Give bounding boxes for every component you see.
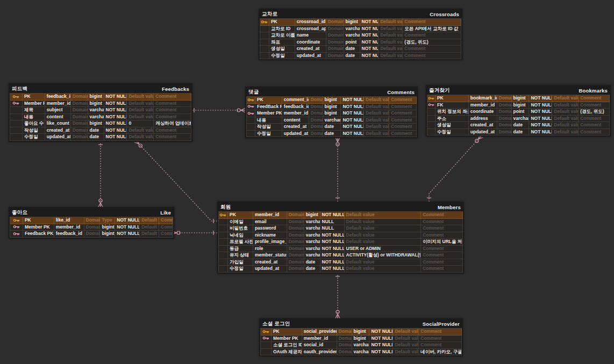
table-header[interactable]: 회원Members — [218, 203, 463, 211]
domain-cell[interactable]: Domain — [71, 94, 88, 101]
domain-cell[interactable]: Domain — [287, 259, 304, 266]
erd-canvas[interactable]: 교차로CrossroadsPKcrossroad_idDomainbigintN… — [0, 0, 614, 364]
key-cell[interactable] — [219, 212, 228, 219]
key-cell[interactable] — [260, 19, 269, 26]
logical-name-cell[interactable]: 수정일 — [228, 266, 253, 273]
physical-name-cell[interactable]: member_status — [253, 252, 287, 259]
physical-name-cell[interactable]: feedback_id — [282, 104, 309, 111]
table-header[interactable]: 소셜 로그인SocialProvider — [260, 319, 462, 328]
physical-name-cell[interactable]: updated_at — [253, 266, 287, 273]
physical-name-cell[interactable]: social_provider_id — [302, 329, 337, 336]
key-cell[interactable] — [219, 232, 228, 239]
type-cell[interactable]: date — [344, 53, 360, 60]
domain-cell[interactable]: Domain — [497, 102, 512, 109]
table-row[interactable]: 수정일updated_atDomaindateNOT NULLDefault v… — [260, 53, 461, 60]
default-value-cell[interactable]: Default value — [379, 19, 403, 26]
logical-name-cell[interactable]: Member PK — [23, 101, 45, 108]
nullable-cell[interactable]: NOT NULL — [369, 336, 393, 342]
logical-name-cell[interactable]: 비밀번호 — [228, 225, 253, 232]
nullable-cell[interactable]: NOT NULL — [320, 252, 345, 259]
key-cell[interactable] — [247, 131, 255, 138]
table-row[interactable]: 작성일created_atDomaindateNOT NULLDefault v… — [247, 124, 417, 131]
table-row[interactable]: 가입일created_atDomaindateNOT NULLDefault v… — [219, 259, 463, 266]
nullable-cell[interactable]: NOT NULL — [529, 95, 552, 102]
domain-cell[interactable]: Domain — [337, 329, 352, 336]
logical-name-cell[interactable]: 닉네임 — [228, 232, 253, 239]
logical-name-cell[interactable]: 등급 — [228, 246, 253, 253]
key-cell[interactable] — [427, 129, 435, 136]
logical-name-cell[interactable]: Member PK — [255, 110, 282, 117]
logical-name-cell[interactable]: 교차로 ID — [269, 26, 295, 33]
nullable-cell[interactable]: NOT NULL — [320, 232, 345, 239]
table-row[interactable]: 소셜 로그인 IDsocial_idDomainvarcharNOT NULLD… — [261, 342, 462, 349]
table-row[interactable]: OAuth 제공자oauth_providerDomainvarcharNOT … — [261, 349, 462, 356]
key-cell[interactable] — [260, 32, 269, 39]
physical-name-cell[interactable]: created_at — [469, 122, 497, 129]
default-value-cell[interactable]: USER or ADMIN — [345, 246, 422, 253]
table-row[interactable]: Feedback PKfeedback_idDomainbigintNOT NU… — [10, 231, 173, 238]
default-value-cell[interactable]: Default value — [345, 225, 422, 232]
domain-cell[interactable]: Domain — [287, 219, 304, 226]
type-cell[interactable]: varchar — [304, 232, 320, 239]
physical-name-cell[interactable]: subject — [45, 107, 71, 114]
default-value-cell[interactable]: Default value — [364, 97, 389, 104]
comment-cell[interactable]: Comment — [154, 114, 191, 121]
relationship-feedbacks-comments[interactable] — [190, 108, 245, 112]
table-feedbacks[interactable]: 피드백FeedbacksPKfeedback_idDomainbigintNOT… — [9, 83, 192, 142]
comment-cell[interactable]: Comment — [421, 266, 463, 273]
relationship-members-like[interactable] — [172, 231, 217, 235]
logical-name-cell[interactable]: PK — [23, 217, 54, 224]
table-row[interactable]: 이메일emailDomainvarcharNULLDefault valueCo… — [219, 219, 463, 226]
table-row[interactable]: PKsocial_provider_idDomainbigintNOT NULL… — [261, 329, 462, 336]
comment-cell[interactable]: Comment — [389, 97, 417, 104]
default-value-cell[interactable]: Default value — [345, 266, 422, 273]
comment-cell[interactable]: Comment — [159, 231, 173, 238]
key-cell[interactable] — [261, 349, 272, 356]
key-cell[interactable] — [10, 101, 23, 108]
comment-cell[interactable]: Comment — [403, 46, 461, 53]
default-value-cell[interactable]: Default value — [345, 232, 422, 239]
table-row[interactable]: FeedBack PKfeedback_idDomainbigintNOT NU… — [247, 104, 417, 111]
type-cell[interactable]: varchar — [344, 26, 360, 33]
type-cell[interactable]: varchar — [352, 342, 370, 349]
domain-cell[interactable]: Domain — [287, 225, 304, 232]
physical-name-cell[interactable]: nickname — [253, 232, 287, 239]
comment-cell[interactable]: Comment — [419, 329, 462, 336]
comment-cell[interactable]: (경도, 위도) — [403, 39, 461, 46]
type-cell[interactable]: varchar — [352, 349, 370, 356]
type-cell[interactable]: bigint — [88, 120, 104, 127]
logical-name-cell[interactable]: 생성일 — [269, 46, 295, 53]
physical-name-cell[interactable]: member_id — [54, 224, 84, 231]
comment-cell[interactable]: Comment — [419, 336, 462, 342]
nullable-cell[interactable]: NOT NULL — [104, 134, 127, 141]
relationship-members-socialprovider[interactable] — [335, 273, 340, 318]
table-row[interactable]: 수정일updated_atDomaindateNOT NULLDefault v… — [219, 266, 463, 273]
table-crossroads[interactable]: 교차로CrossroadsPKcrossroad_idDomainbigintN… — [259, 9, 462, 60]
logical-name-cell[interactable]: 이메일 — [228, 219, 253, 226]
default-value-cell[interactable]: Default value — [393, 342, 419, 349]
table-row[interactable]: 위치 정보의 좌표coordinateDomainpointNOT NULLDe… — [427, 109, 610, 116]
nullable-cell[interactable]: NOT NULL — [104, 101, 127, 108]
table-row[interactable]: 좋아요 수like_countDomainbigintNOT NULL0캐싱하여… — [10, 120, 191, 127]
logical-name-cell[interactable]: 가입일 — [228, 259, 253, 266]
key-cell[interactable] — [260, 46, 269, 53]
physical-name-cell[interactable]: address — [469, 116, 497, 123]
table-row[interactable]: PKlike_idDomainTypeNOT NULLDefault value… — [10, 217, 173, 224]
type-cell[interactable]: bigint — [323, 104, 341, 111]
nullable-cell[interactable]: NOT NULL — [341, 131, 364, 138]
key-cell[interactable] — [427, 102, 435, 109]
domain-cell[interactable]: Domain — [71, 114, 88, 121]
key-cell[interactable] — [10, 94, 23, 101]
physical-name-cell[interactable]: coordinate — [295, 39, 326, 46]
physical-name-cell[interactable]: member_id — [282, 110, 309, 117]
nullable-cell[interactable]: NOT NULL — [341, 97, 364, 104]
domain-cell[interactable]: Domain — [326, 53, 344, 60]
table-like[interactable]: 좋아요LikePKlike_idDomainTypeNOT NULLDefaul… — [9, 207, 174, 239]
type-cell[interactable]: bigint — [512, 102, 530, 109]
comment-cell[interactable]: Comment — [154, 134, 191, 141]
table-header[interactable]: 좋아요Like — [10, 208, 173, 217]
logical-name-cell[interactable]: OAuth 제공자 — [272, 349, 302, 356]
logical-name-cell[interactable]: PK — [269, 19, 295, 26]
type-cell[interactable]: Type — [100, 217, 115, 224]
type-cell[interactable]: date — [512, 129, 530, 136]
